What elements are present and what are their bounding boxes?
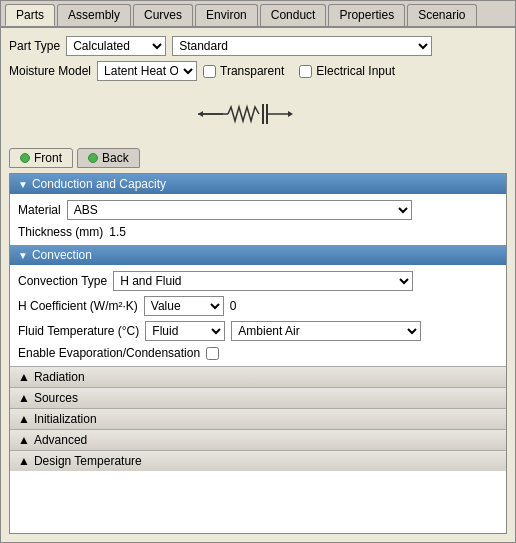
part-type-standard-select[interactable]: Standard: [172, 36, 432, 56]
material-select[interactable]: ABS: [67, 200, 412, 220]
convection-content: Convection Type H and Fluid H Coefficien…: [10, 265, 506, 366]
front-tab[interactable]: Front: [9, 148, 73, 168]
thickness-label: Thickness (mm): [18, 225, 103, 239]
convection-chevron: ▼: [18, 250, 28, 261]
front-dot: [20, 153, 30, 163]
back-tab[interactable]: Back: [77, 148, 140, 168]
diagram-area: [9, 86, 507, 141]
initialization-chevron: ▲: [18, 412, 30, 426]
convection-header[interactable]: ▼ Convection: [10, 245, 506, 265]
h-coefficient-value: 0: [230, 299, 237, 313]
electrical-input-label: Electrical Input: [316, 64, 395, 78]
convection-type-select[interactable]: H and Fluid: [113, 271, 413, 291]
tab-bar: Parts Assembly Curves Environ Conduct Pr…: [1, 1, 515, 28]
h-coefficient-row: H Coefficient (W/m²·K) Value 0: [18, 296, 498, 316]
svg-marker-6: [288, 111, 293, 117]
sections-panel: ▼ Conduction and Capacity Material ABS T…: [9, 173, 507, 534]
tab-scenario[interactable]: Scenario: [407, 4, 476, 26]
tab-environ[interactable]: Environ: [195, 4, 258, 26]
h-coefficient-label: H Coefficient (W/m²·K): [18, 299, 138, 313]
back-tab-label: Back: [102, 151, 129, 165]
tab-properties[interactable]: Properties: [328, 4, 405, 26]
material-label: Material: [18, 203, 61, 217]
evaporation-checkbox[interactable]: [206, 347, 219, 360]
advanced-header[interactable]: ▲ Advanced: [10, 429, 506, 450]
advanced-chevron: ▲: [18, 433, 30, 447]
radiation-title: Radiation: [34, 370, 85, 384]
sources-title: Sources: [34, 391, 78, 405]
convection-type-row: Convection Type H and Fluid: [18, 271, 498, 291]
tab-parts[interactable]: Parts: [5, 4, 55, 26]
transparent-checkbox-item: Transparent: [203, 64, 284, 78]
ambient-select[interactable]: Ambient Air: [231, 321, 421, 341]
svg-marker-5: [198, 111, 203, 117]
thickness-row: Thickness (mm): [18, 225, 498, 239]
sources-header[interactable]: ▲ Sources: [10, 387, 506, 408]
part-type-calculated-select[interactable]: Calculated: [66, 36, 166, 56]
content-area: Part Type Calculated Standard Moisture M…: [1, 28, 515, 542]
material-row: Material ABS: [18, 200, 498, 220]
design-temperature-title: Design Temperature: [34, 454, 142, 468]
main-window: Parts Assembly Curves Environ Conduct Pr…: [0, 0, 516, 543]
moisture-model-label: Moisture Model: [9, 64, 91, 78]
conduction-chevron: ▼: [18, 179, 28, 190]
front-tab-label: Front: [34, 151, 62, 165]
design-temperature-chevron: ▲: [18, 454, 30, 468]
electrical-input-checkbox-item: Electrical Input: [299, 64, 395, 78]
part-diagram: [198, 89, 318, 139]
moisture-model-select[interactable]: Latent Heat Only: [97, 61, 197, 81]
conduction-capacity-title: Conduction and Capacity: [32, 177, 166, 191]
part-type-row: Part Type Calculated Standard: [9, 36, 507, 56]
back-dot: [88, 153, 98, 163]
thickness-input[interactable]: [109, 225, 159, 239]
convection-title: Convection: [32, 248, 92, 262]
fluid-type-select[interactable]: Fluid: [145, 321, 225, 341]
conduction-capacity-header[interactable]: ▼ Conduction and Capacity: [10, 174, 506, 194]
front-back-tabs: Front Back: [9, 148, 507, 168]
tab-curves[interactable]: Curves: [133, 4, 193, 26]
tab-assembly[interactable]: Assembly: [57, 4, 131, 26]
h-coefficient-type-select[interactable]: Value: [144, 296, 224, 316]
radiation-chevron: ▲: [18, 370, 30, 384]
moisture-model-row: Moisture Model Latent Heat Only Transpar…: [9, 61, 507, 81]
fluid-temperature-row: Fluid Temperature (°C) Fluid Ambient Air: [18, 321, 498, 341]
sources-chevron: ▲: [18, 391, 30, 405]
conduction-capacity-content: Material ABS Thickness (mm): [10, 194, 506, 245]
transparent-label: Transparent: [220, 64, 284, 78]
tab-conduct[interactable]: Conduct: [260, 4, 327, 26]
fluid-temperature-label: Fluid Temperature (°C): [18, 324, 139, 338]
electrical-input-checkbox[interactable]: [299, 65, 312, 78]
advanced-title: Advanced: [34, 433, 87, 447]
initialization-title: Initialization: [34, 412, 97, 426]
radiation-header[interactable]: ▲ Radiation: [10, 366, 506, 387]
convection-type-label: Convection Type: [18, 274, 107, 288]
part-type-label: Part Type: [9, 39, 60, 53]
initialization-header[interactable]: ▲ Initialization: [10, 408, 506, 429]
design-temperature-header[interactable]: ▲ Design Temperature: [10, 450, 506, 471]
evaporation-label: Enable Evaporation/Condensation: [18, 346, 200, 360]
evaporation-row: Enable Evaporation/Condensation: [18, 346, 498, 360]
checkbox-row: Transparent Electrical Input: [203, 64, 395, 78]
transparent-checkbox[interactable]: [203, 65, 216, 78]
